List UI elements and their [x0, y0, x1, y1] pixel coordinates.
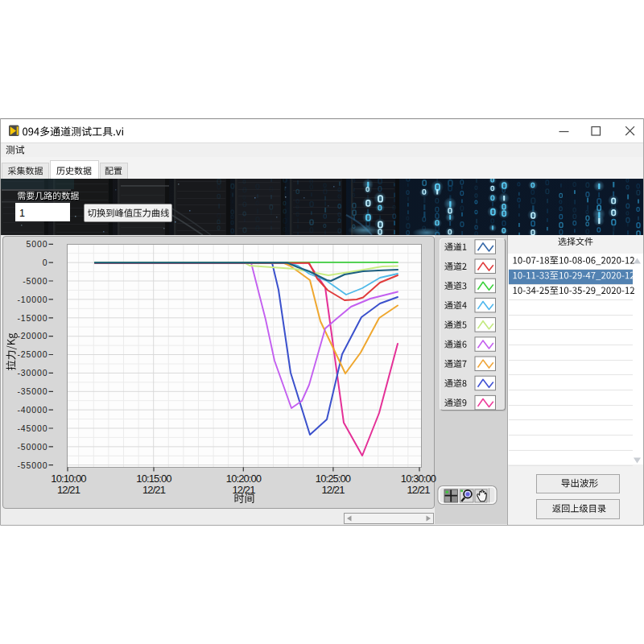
- svg-text:12/21: 12/21: [232, 484, 255, 496]
- svg-text:10:20:00: 10:20:00: [226, 473, 262, 485]
- svg-text:1: 1: [19, 208, 25, 219]
- svg-text:10:25:00: 10:25:00: [316, 473, 351, 485]
- svg-text:12/21: 12/21: [142, 484, 166, 496]
- svg-text:-25000: -25000: [17, 349, 47, 359]
- svg-text:-10000: -10000: [17, 295, 47, 304]
- svg-text:10:15:00: 10:15:00: [136, 473, 171, 485]
- svg-text:-20000: -20000: [17, 331, 47, 341]
- svg-text:-30000: -30000: [17, 368, 47, 378]
- svg-text:0: 0: [43, 258, 48, 267]
- svg-text:-45000: -45000: [17, 423, 47, 433]
- svg-text:12/21: 12/21: [57, 484, 80, 496]
- svg-text:-35000: -35000: [17, 386, 47, 396]
- svg-text:-15000: -15000: [17, 313, 47, 323]
- svg-text:10:30:00: 10:30:00: [401, 473, 436, 485]
- svg-text:10:10:00: 10:10:00: [51, 473, 86, 485]
- svg-text:-50000: -50000: [17, 442, 47, 452]
- svg-text:12/21: 12/21: [321, 484, 345, 496]
- svg-text:5000: 5000: [27, 239, 48, 249]
- svg-text:12/21: 12/21: [407, 484, 430, 496]
- svg-text:-40000: -40000: [17, 405, 47, 415]
- svg-text:-5000: -5000: [23, 276, 47, 286]
- svg-text:-55000: -55000: [17, 460, 47, 470]
